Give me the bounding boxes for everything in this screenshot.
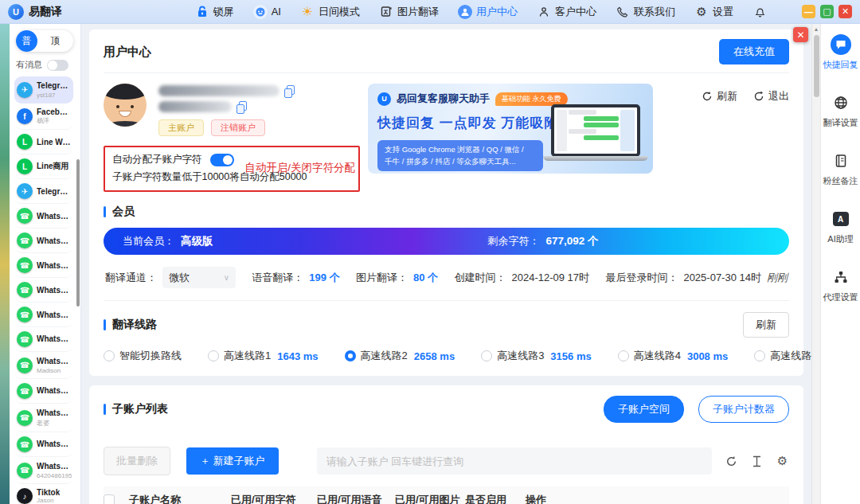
close-button[interactable]: ✕ bbox=[838, 5, 852, 18]
line-option-3[interactable]: 高速线路3 3156 ms bbox=[481, 349, 592, 363]
nav-customer-center[interactable]: 客户中心 bbox=[537, 5, 596, 19]
auto-assign-toggle[interactable] bbox=[210, 154, 234, 166]
notification-bell[interactable] bbox=[752, 5, 767, 19]
account-name: Whatsapp5 bbox=[37, 311, 72, 319]
nav-settings[interactable]: ⚙ 设置 bbox=[694, 5, 733, 19]
user-center-card: ✕ 用户中心 在线充值 bbox=[89, 29, 803, 376]
app-title: 易翻译 bbox=[29, 5, 62, 19]
subaccount-counter-button[interactable]: 子账户计数器 bbox=[698, 396, 789, 423]
sidebar-account-item[interactable]: ☎Whatsapp2 bbox=[14, 229, 73, 253]
account-name: Whatsapp2 bbox=[37, 236, 72, 245]
sidebar-account-item[interactable]: ☎Whatsapp 多...老婆 bbox=[14, 404, 73, 432]
lines-refresh-button[interactable]: 刷新 bbox=[743, 312, 789, 338]
minimize-button[interactable]: — bbox=[802, 5, 815, 18]
membership-stats: 翻译通道： 微软 ∨ 语音翻译： 199 个 图片翻译： 80 个 创建时间： bbox=[104, 267, 789, 301]
channel-label: 翻译通道： bbox=[105, 271, 157, 285]
panel-close-icon[interactable]: ✕ bbox=[793, 27, 808, 42]
sidebar-account-item[interactable]: ✈Telegram Z bbox=[14, 179, 73, 204]
sidebar-scrollbar[interactable] bbox=[76, 159, 80, 307]
sidebar-account-item[interactable]: LLine Work bbox=[14, 130, 73, 154]
scroll-up-arrow[interactable]: ▲ bbox=[812, 24, 820, 32]
col-chars: 已用/可用字符 bbox=[231, 493, 317, 504]
tool-fan-notes[interactable]: 粉丝备注 bbox=[823, 150, 858, 187]
refresh-account-button[interactable]: 刷新 bbox=[702, 89, 737, 104]
promo-banner[interactable]: U 易回复客服聊天助手 基础功能 永久免费 快捷回复 一点即发 万能吸附 支持 … bbox=[368, 84, 653, 174]
last-login-ago: 刚刚 bbox=[767, 271, 788, 285]
line-option-smart[interactable]: 智能切换路线 bbox=[104, 349, 182, 363]
tiktok-icon: ♪ bbox=[17, 488, 33, 504]
tool-ai-assistant[interactable]: A AI助理 bbox=[827, 209, 853, 245]
batch-delete-button[interactable]: 批量删除 bbox=[104, 447, 170, 475]
sidebar-account-item[interactable]: ☎Whatsapp5 bbox=[14, 303, 73, 327]
sidebar-account-item[interactable]: ♪TiktokJason bbox=[14, 484, 73, 504]
nav-lock-screen[interactable]: 锁屏 bbox=[195, 5, 234, 19]
line-option-2-selected[interactable]: 高速线路2 2658 ms bbox=[345, 349, 455, 363]
facebook-icon: f bbox=[17, 108, 33, 124]
has-message-toggle[interactable] bbox=[47, 60, 68, 71]
line-option-1[interactable]: 高速线路1 1643 ms bbox=[208, 349, 319, 363]
sidebar-segmented-control[interactable]: 普 顶 bbox=[16, 30, 73, 52]
sidebar-account-item[interactable]: ☎Whatsapp 多... bbox=[14, 379, 73, 404]
nav-image-translate[interactable]: 图片翻译 bbox=[379, 5, 439, 19]
col-ops: 操作 bbox=[526, 493, 789, 504]
sidebar-account-item[interactable]: ☎Whatsapp3 bbox=[14, 278, 73, 303]
lines-options: 智能切换路线 高速线路1 1643 ms 高速线路2 2658 ms 高速线路3… bbox=[104, 349, 789, 363]
table-header-row: 子账户名称 已用/可用字符 已用/可用语音 已用/可用图片 是否启用 操作 bbox=[104, 486, 789, 504]
tool-translate-settings[interactable]: 翻译设置 bbox=[823, 92, 858, 129]
subaccount-search-input[interactable] bbox=[317, 447, 712, 475]
cancel-account-button[interactable]: 注销账户 bbox=[211, 119, 265, 136]
sidebar-account-item[interactable]: ☎Whatsapp3 bbox=[14, 253, 73, 278]
account-names: 主账户 注销账户 bbox=[158, 84, 294, 136]
select-all-checkbox[interactable] bbox=[104, 494, 115, 504]
sidebar-account-item[interactable]: ☎Whatsapp 多...64204861950 bbox=[14, 457, 73, 484]
scrollbar-thumb[interactable] bbox=[814, 35, 819, 97]
main-scrollbar[interactable]: ▲ bbox=[811, 24, 820, 504]
nav-contact-us[interactable]: 联系我们 bbox=[616, 5, 675, 19]
whatsapp-icon: ☎ bbox=[17, 410, 33, 426]
membership-title: 会员 bbox=[112, 205, 135, 219]
maximize-button[interactable]: ▢ bbox=[820, 5, 834, 18]
account-name: Tiktok bbox=[37, 488, 60, 497]
nav-day-mode[interactable]: ☀ 日间模式 bbox=[300, 5, 360, 19]
remaining-chars-value: 677,092 个 bbox=[546, 234, 599, 248]
nav-ai[interactable]: AI bbox=[253, 5, 281, 19]
account-name: Whatsapp3 bbox=[37, 261, 72, 270]
quick-reply-icon bbox=[831, 34, 851, 55]
copy-icon[interactable] bbox=[236, 101, 246, 112]
channel-select[interactable]: 微软 ∨ bbox=[162, 267, 236, 288]
whatsapp-icon: ☎ bbox=[17, 307, 33, 322]
sidebar-account-item[interactable]: LLine商用 bbox=[14, 154, 73, 179]
voice-label: 语音翻译： bbox=[252, 271, 303, 285]
row-density-icon[interactable] bbox=[750, 455, 764, 468]
last-login-label: 最后登录时间： bbox=[605, 271, 678, 285]
line-option-4[interactable]: 高速线路4 3008 ms bbox=[618, 349, 729, 363]
logout-button[interactable]: 退出 bbox=[753, 89, 789, 104]
sidebar-account-item[interactable]: ☎Whatsapp普... bbox=[14, 327, 73, 352]
sidebar-account-item[interactable]: ☎Whatsapp1 bbox=[14, 204, 73, 229]
sidebar-account-item[interactable]: ✈Telegram多...yst187 bbox=[14, 76, 73, 104]
table-refresh-icon[interactable] bbox=[725, 455, 738, 468]
promo-logo-icon: U bbox=[377, 92, 391, 106]
line-option-5[interactable]: 高速线路5 2605 ms bbox=[754, 349, 811, 363]
lines-title: 翻译线路 bbox=[112, 318, 157, 332]
sidebar-account-item[interactable]: ☎Whatsapp 多... bbox=[14, 432, 73, 457]
tool-quick-reply[interactable]: 快捷回复 bbox=[823, 34, 858, 71]
account-name: Telegram Z bbox=[37, 187, 72, 196]
segment-normal[interactable]: 普 bbox=[16, 30, 37, 52]
nav-user-center[interactable]: 用户中心 bbox=[458, 5, 518, 19]
recharge-button[interactable]: 在线充值 bbox=[719, 39, 789, 64]
promo-badge: 基础功能 永久免费 bbox=[495, 92, 568, 106]
sidebar-account-item[interactable]: ☎Whatsapp 多...Madison bbox=[14, 352, 73, 379]
has-message-row: 有消息 bbox=[16, 59, 77, 71]
voice-value: 199 个 bbox=[309, 271, 339, 285]
tools-sidebar: 快捷回复 翻译设置 粉丝备注 A AI助理 代理设置 bbox=[820, 24, 860, 504]
col-enabled: 是否启用 bbox=[465, 493, 526, 504]
tool-proxy-settings[interactable]: 代理设置 bbox=[823, 267, 858, 303]
column-settings-icon[interactable]: ⚙ bbox=[776, 455, 789, 468]
sidebar-account-item[interactable]: fFacebook杨洋 bbox=[14, 104, 73, 130]
copy-icon[interactable] bbox=[284, 85, 294, 96]
subaccount-space-button[interactable]: 子账户空间 bbox=[604, 396, 684, 423]
telegram-icon: ✈ bbox=[17, 82, 33, 98]
segment-top[interactable]: 顶 bbox=[37, 34, 73, 48]
create-subaccount-button[interactable]: ＋ 新建子账户 bbox=[186, 447, 279, 475]
